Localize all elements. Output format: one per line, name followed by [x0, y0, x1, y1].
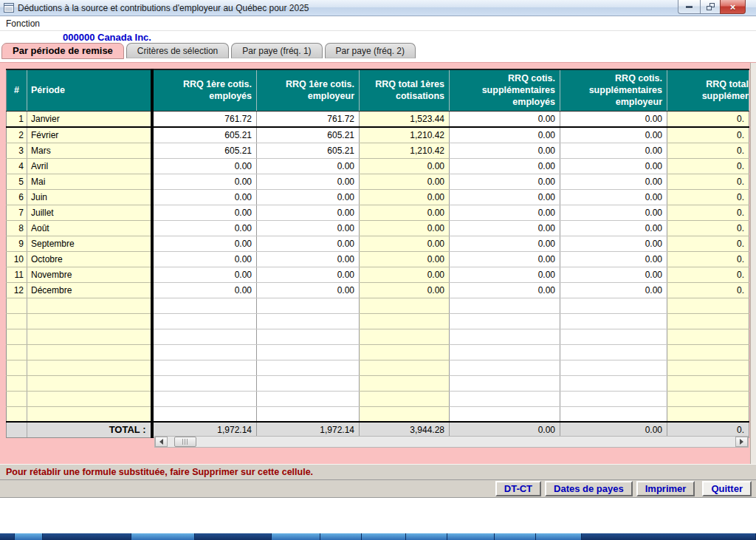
quitter-button[interactable]: Quitter — [702, 481, 752, 496]
row-number-cell[interactable]: 3 — [7, 143, 27, 158]
value-cell[interactable]: 0.00 — [560, 282, 667, 298]
value-cell[interactable]: 1,210.42 — [360, 127, 450, 143]
period-cell[interactable]: Août — [27, 220, 152, 236]
scroll-left-button[interactable] — [155, 437, 168, 447]
value-cell[interactable] — [257, 360, 360, 375]
value-cell[interactable]: 0.00 — [257, 267, 360, 282]
value-cell[interactable] — [560, 391, 667, 406]
value-cell[interactable]: 0.00 — [560, 127, 667, 143]
value-cell[interactable] — [257, 391, 360, 406]
value-cell[interactable] — [450, 360, 560, 375]
period-cell[interactable] — [27, 391, 152, 406]
value-cell[interactable]: 0.00 — [152, 158, 257, 174]
value-cell[interactable] — [450, 375, 560, 391]
period-cell[interactable]: Octobre — [27, 251, 152, 267]
period-cell[interactable]: Septembre — [27, 236, 152, 251]
value-cell[interactable]: 0.00 — [450, 282, 560, 298]
row-number-cell[interactable]: 5 — [7, 174, 27, 189]
empty-row[interactable] — [7, 406, 749, 422]
period-cell[interactable]: Juillet — [27, 205, 152, 220]
value-cell[interactable] — [560, 375, 667, 391]
period-cell[interactable] — [27, 329, 152, 344]
value-cell[interactable] — [560, 313, 667, 329]
table-row[interactable]: 7Juillet0.000.000.000.000.000. — [7, 205, 749, 220]
value-cell[interactable]: 0. — [667, 174, 749, 189]
value-cell[interactable]: 0. — [667, 267, 749, 282]
row-number-cell[interactable] — [7, 391, 27, 406]
value-cell[interactable]: 0.00 — [450, 158, 560, 174]
value-cell[interactable] — [560, 406, 667, 422]
row-number-cell[interactable]: 10 — [7, 251, 27, 267]
empty-row[interactable] — [7, 360, 749, 375]
value-cell[interactable] — [257, 344, 360, 360]
value-cell[interactable]: 761.72 — [152, 111, 257, 127]
value-cell[interactable]: 0.00 — [257, 220, 360, 236]
value-cell[interactable]: 1,210.42 — [360, 143, 450, 158]
value-cell[interactable] — [257, 313, 360, 329]
value-cell[interactable]: 0. — [667, 236, 749, 251]
value-cell[interactable]: 0.00 — [560, 236, 667, 251]
value-cell[interactable] — [667, 298, 749, 313]
taskbar-item[interactable] — [320, 533, 362, 540]
value-cell[interactable] — [152, 329, 257, 344]
tab-par-paye-freq-2[interactable]: Par paye (fréq. 2) — [325, 43, 416, 58]
period-cell[interactable] — [27, 313, 152, 329]
value-cell[interactable]: 0.00 — [360, 236, 450, 251]
taskbar-item[interactable] — [15, 533, 43, 540]
taskbar-item[interactable] — [0, 533, 15, 540]
row-number-cell[interactable] — [7, 313, 27, 329]
value-cell[interactable] — [450, 298, 560, 313]
value-cell[interactable]: 0.00 — [152, 282, 257, 298]
value-cell[interactable] — [667, 329, 749, 344]
table-row[interactable]: 9Septembre0.000.000.000.000.000. — [7, 236, 749, 251]
value-cell[interactable]: 0.00 — [560, 189, 667, 205]
empty-row[interactable] — [7, 344, 749, 360]
row-number-cell[interactable]: 9 — [7, 236, 27, 251]
taskbar-item[interactable] — [43, 533, 131, 540]
titlebar[interactable]: Déductions à la source et contributions … — [0, 0, 756, 16]
taskbar-item[interactable] — [447, 533, 495, 540]
tab-par-paye-freq-1[interactable]: Par paye (fréq. 1) — [231, 43, 322, 58]
value-cell[interactable] — [450, 329, 560, 344]
empty-row[interactable] — [7, 313, 749, 329]
tab-par-periode-de-remise[interactable]: Par période de remise — [1, 43, 124, 59]
value-cell[interactable] — [152, 391, 257, 406]
value-cell[interactable]: 0.00 — [257, 174, 360, 189]
value-cell[interactable]: 1,523.44 — [360, 111, 450, 127]
value-cell[interactable]: 0.00 — [360, 158, 450, 174]
value-cell[interactable]: 0.00 — [450, 111, 560, 127]
value-cell[interactable] — [152, 375, 257, 391]
value-cell[interactable] — [360, 391, 450, 406]
value-cell[interactable]: 0.00 — [360, 220, 450, 236]
value-cell[interactable]: 0.00 — [560, 205, 667, 220]
value-cell[interactable]: 0.00 — [360, 189, 450, 205]
value-cell[interactable]: 0.00 — [152, 205, 257, 220]
empty-row[interactable] — [7, 329, 749, 344]
value-cell[interactable]: 605.21 — [152, 143, 257, 158]
value-cell[interactable] — [257, 329, 360, 344]
period-cell[interactable]: Mars — [27, 143, 152, 158]
value-cell[interactable]: 0. — [667, 220, 749, 236]
value-cell[interactable] — [560, 360, 667, 375]
period-cell[interactable]: Mai — [27, 174, 152, 189]
taskbar-item[interactable] — [362, 533, 406, 540]
value-cell[interactable]: 0.00 — [450, 251, 560, 267]
taskbar-item[interactable] — [406, 533, 447, 540]
table-row[interactable]: 5Mai0.000.000.000.000.000. — [7, 174, 749, 189]
value-cell[interactable]: 0.00 — [152, 220, 257, 236]
value-cell[interactable]: 0.00 — [450, 205, 560, 220]
value-cell[interactable] — [152, 406, 257, 422]
table-row[interactable]: 8Août0.000.000.000.000.000. — [7, 220, 749, 236]
scrollbar-thumb[interactable] — [174, 437, 196, 447]
table-row[interactable]: 11Novembre0.000.000.000.000.000. — [7, 267, 749, 282]
row-number-cell[interactable]: 2 — [7, 127, 27, 143]
value-cell[interactable]: 0.00 — [360, 251, 450, 267]
horizontal-scrollbar[interactable] — [154, 436, 749, 448]
value-cell[interactable] — [360, 313, 450, 329]
period-cell[interactable]: Avril — [27, 158, 152, 174]
table-row[interactable]: 2Février605.21605.211,210.420.000.000. — [7, 127, 749, 143]
value-cell[interactable]: 0.00 — [560, 143, 667, 158]
empty-row[interactable] — [7, 298, 749, 313]
value-cell[interactable]: 0.00 — [560, 220, 667, 236]
value-cell[interactable]: 0.00 — [450, 174, 560, 189]
